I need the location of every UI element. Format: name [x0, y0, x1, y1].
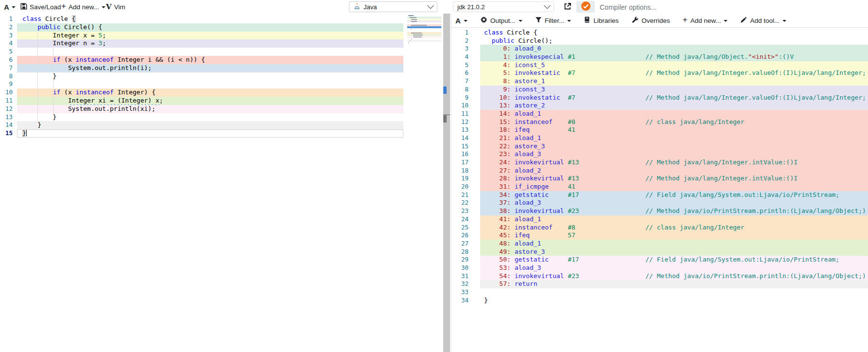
bytecode-line-content[interactable]: 41: aload_1	[480, 215, 868, 224]
source-line-content[interactable]	[17, 48, 403, 56]
bytecode-line[interactable]: 25 42: instanceof #8// class java/lang/I…	[451, 224, 868, 232]
bytecode-line-content[interactable]: 23: aload_3	[480, 150, 868, 158]
editor-add-new-button[interactable]: + Add new...	[61, 0, 105, 14]
source-line[interactable]: 8 }	[0, 72, 443, 81]
bytecode-line[interactable]: 27 48: aload_1	[451, 240, 868, 248]
bytecode-line-content[interactable]: 8: astore_1	[480, 77, 868, 86]
bytecode-line-content[interactable]: 13: astore_2	[480, 102, 868, 110]
bytecode-line-content[interactable]: class Circle {	[480, 29, 868, 37]
language-select[interactable]: Java	[349, 1, 437, 12]
bytecode-line[interactable]: 12 15: instanceof #8// class java/lang/I…	[451, 118, 868, 126]
source-line-content[interactable]: }	[17, 113, 403, 122]
source-line-content[interactable]	[17, 80, 403, 88]
bytecode-line[interactable]: 18 27: aload_2	[451, 167, 868, 175]
bytecode-line-content[interactable]: 38: invokevirtual #23// Method java/io/P…	[480, 207, 868, 215]
bytecode-line-content[interactable]: 14: aload_1	[480, 110, 868, 118]
bytecode-line-content[interactable]: public Circle();	[480, 37, 868, 45]
bytecode-line[interactable]: 23 38: invokevirtual #23// Method java/i…	[451, 207, 868, 215]
compiler-options-input[interactable]	[599, 1, 864, 14]
source-line[interactable]: 2 public Circle() {	[0, 23, 443, 32]
bytecode-line[interactable]: 15 22: astore_3	[451, 142, 868, 151]
bytecode-line[interactable]: 22 37: aload_3	[451, 199, 868, 207]
bytecode-line-content[interactable]: 5: invokestatic #7// Method java/lang/In…	[480, 69, 868, 77]
scrollbar-thumb[interactable]	[443, 115, 447, 123]
source-line[interactable]: 12 System.out.println(xi);	[0, 105, 443, 113]
bytecode-line-content[interactable]: 15: instanceof #8// class java/lang/Inte…	[480, 118, 868, 126]
minimap[interactable]	[407, 15, 441, 49]
source-line[interactable]: 5	[0, 48, 443, 56]
bytecode-line-content[interactable]: 9: iconst_3	[480, 86, 868, 94]
source-line[interactable]: 3 Integer x = 5;	[0, 32, 443, 40]
bytecode-line[interactable]: 19 28: invokevirtual #13// Method java/l…	[451, 175, 868, 183]
bytecode-line-content[interactable]: 4: iconst_5	[480, 61, 868, 70]
source-line[interactable]: 15}	[0, 129, 443, 138]
bytecode-line[interactable]: 1class Circle {	[451, 29, 868, 37]
save-load-button[interactable]: Save/Load	[20, 0, 61, 14]
bytecode-line[interactable]: 31 54: invokevirtual #23// Method java/i…	[451, 272, 868, 281]
bytecode-line-content[interactable]	[480, 288, 868, 297]
bytecode-line-content[interactable]: 18: ifeq 41	[480, 126, 868, 134]
source-line[interactable]: 1class Circle {	[0, 15, 443, 23]
editor-font-menu-button[interactable]: A	[4, 0, 16, 14]
source-line-content[interactable]: System.out.println(i);	[17, 64, 403, 72]
source-line[interactable]: 13 }	[0, 113, 443, 122]
bytecode-line[interactable]: 10 13: astore_2	[451, 102, 868, 110]
source-line[interactable]: 7 System.out.println(i);	[0, 64, 443, 72]
bytecode-line-content[interactable]: 21: aload_1	[480, 134, 868, 142]
bytecode-line-content[interactable]: 49: astore_3	[480, 248, 868, 256]
bytecode-line[interactable]: 30 53: aload_3	[451, 264, 868, 272]
source-line-content[interactable]: Integer xi = (Integer) x;	[17, 97, 403, 105]
open-compiler-site-button[interactable]	[562, 1, 573, 13]
bytecode-line[interactable]: 26 45: ifeq 57	[451, 231, 868, 240]
bytecode-line[interactable]: 2 public Circle();	[451, 37, 868, 45]
bytecode-line[interactable]: 4 1: invokespecial #1// Method java/lang…	[451, 53, 868, 61]
bytecode-line-content[interactable]: }	[480, 297, 868, 305]
bytecode-line[interactable]: 17 24: invokevirtual #13// Method java/l…	[451, 158, 868, 167]
bytecode-line[interactable]: 3 0: aload_0	[451, 45, 868, 53]
compiler-select[interactable]: jdk 21.0.2	[453, 1, 554, 12]
bytecode-line-content[interactable]: 48: aload_1	[480, 240, 868, 248]
bytecode-line-content[interactable]: 34: getstatic #17// Field java/lang/Syst…	[480, 191, 868, 199]
libraries-button[interactable]: Libraries	[584, 16, 619, 25]
bytecode-line-content[interactable]: 54: invokevirtual #23// Method java/io/P…	[480, 272, 868, 281]
bytecode-line-content[interactable]: 1: invokespecial #1// Method java/lang/O…	[480, 53, 868, 61]
source-line-content[interactable]: }	[17, 72, 403, 81]
bytecode-line[interactable]: 16 23: aload_3	[451, 150, 868, 158]
bytecode-line-content[interactable]: 10: invokestatic #7// Method java/lang/I…	[480, 94, 868, 102]
bytecode-line[interactable]: 32 57: return	[451, 280, 868, 288]
bytecode-line[interactable]: 14 21: aload_1	[451, 134, 868, 142]
bytecode-line-content[interactable]: 27: aload_2	[480, 167, 868, 175]
bytecode-line[interactable]: 5 4: iconst_5	[451, 61, 868, 70]
bytecode-line-content[interactable]: 37: aload_3	[480, 199, 868, 207]
source-line-content[interactable]: class Circle {	[17, 15, 403, 23]
source-line-content[interactable]: Integer x = 5;	[17, 32, 403, 40]
bytecode-line-content[interactable]: 28: invokevirtual #13// Method java/lang…	[480, 175, 868, 183]
source-line[interactable]: 6 if (x instanceof Integer i && (i < n))…	[0, 56, 443, 64]
source-line-content[interactable]: if (x instanceof Integer i && (i < n)) {	[17, 56, 403, 64]
source-editor[interactable]: 1class Circle {2 public Circle() {3 Inte…	[0, 14, 443, 352]
bytecode-line[interactable]: 13 18: ifeq 41	[451, 126, 868, 134]
bytecode-line-content[interactable]: 22: astore_3	[480, 142, 868, 151]
bytecode-line[interactable]: 33	[451, 288, 868, 297]
bytecode-line-content[interactable]: 31: if_icmpge 41	[480, 183, 868, 191]
output-add-new-button[interactable]: + Add new...	[682, 16, 728, 25]
source-line[interactable]: 4 Integer n = 3;	[0, 39, 443, 48]
bytecode-line[interactable]: 24 41: aload_1	[451, 215, 868, 224]
bytecode-line[interactable]: 29 50: getstatic #17// Field java/lang/S…	[451, 256, 868, 264]
source-line-content[interactable]: }	[17, 129, 403, 138]
bytecode-line[interactable]: 28 49: astore_3	[451, 248, 868, 256]
vim-toggle-button[interactable]: V Vim	[106, 0, 125, 14]
bytecode-line-content[interactable]: 42: instanceof #8// class java/lang/Inte…	[480, 224, 868, 232]
overrides-button[interactable]: Overrides	[631, 16, 670, 25]
bytecode-line[interactable]: 21 34: getstatic #17// Field java/lang/S…	[451, 191, 868, 199]
bytecode-line[interactable]: 8 9: iconst_3	[451, 86, 868, 94]
bytecode-line[interactable]: 11 14: aload_1	[451, 110, 868, 118]
output-button[interactable]: Output...	[480, 16, 522, 25]
bytecode-line[interactable]: 20 31: if_icmpge 41	[451, 183, 868, 191]
source-line-content[interactable]: }	[17, 121, 403, 129]
bytecode-line[interactable]: 7 8: astore_1	[451, 77, 868, 86]
source-line-content[interactable]: if (x instanceof Integer) {	[17, 88, 403, 97]
source-line-content[interactable]: Integer n = 3;	[17, 39, 403, 48]
bytecode-line-content[interactable]: 24: invokevirtual #13// Method java/lang…	[480, 158, 868, 167]
output-font-menu-button[interactable]: A	[455, 17, 468, 25]
